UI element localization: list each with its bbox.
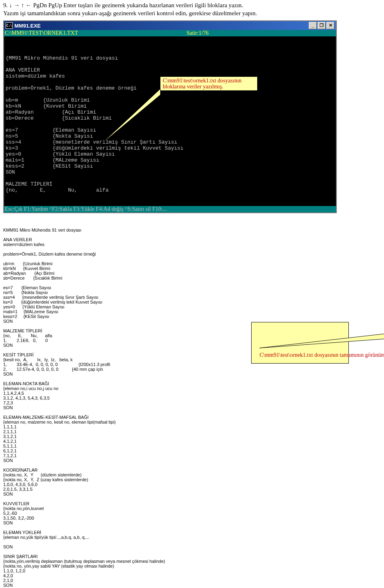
- listing-line: KOORDİNATLAR: [3, 468, 381, 472]
- listing-line: 1,1,0, 1,2,0: [3, 568, 381, 573]
- listing-line: 7,2,3: [3, 400, 381, 405]
- listing-line: [3, 256, 381, 261]
- listing-line: 4,1,2,1: [3, 439, 381, 444]
- listing-line: KMM91 Mikro Mühendis 91 veri dosyası: [3, 228, 381, 232]
- console-line: ANA VERİLER: [6, 67, 334, 73]
- console-window: C:\ MM91.EXE _ ❐ ✕ C:\MM91\TEST\ORNEK1.T…: [3, 20, 337, 213]
- listing-line: 1,1,4,2,4,5: [3, 391, 381, 396]
- listing-line: 7,1,2,1: [3, 453, 381, 458]
- console-line: ub=m {Uzunluk Birimi: [6, 97, 334, 103]
- listing-line: {nokta no, yön,yay sabiti YAY (elastik y…: [3, 564, 381, 568]
- console-line: [6, 91, 334, 97]
- close-button[interactable]: ✕: [326, 22, 334, 29]
- listing-line: ns=5 {Nokta Sayısı: [3, 290, 381, 295]
- listing-line: {nokta no, X, Y (düzlem sistemlerde): [3, 472, 381, 477]
- listing-line: {nokta no,yön,kuvvet: [3, 506, 381, 511]
- listing-line: 5,1,1,1: [3, 444, 381, 448]
- listing-line: [3, 549, 381, 554]
- window-title: MM91.EXE: [14, 23, 308, 29]
- listing-line: SON: [3, 544, 381, 549]
- listing-line: [3, 525, 381, 530]
- console-header: C:\MM91\TEST\ORNEK1.TXT Satir:1/76: [4, 30, 336, 36]
- instruction-line2: Yazım işi tamamlandıktan sonra yukarı-aş…: [3, 10, 381, 18]
- maximize-button[interactable]: ❐: [318, 22, 326, 29]
- listing-line: 1,1,1,1: [3, 424, 381, 429]
- listing-line: SON: [3, 458, 381, 463]
- listing-line: 2,1,1,1: [3, 429, 381, 434]
- callout2-text: C\mm91\test\ornek1.txt dosyasının tamamı…: [260, 352, 384, 358]
- listing-line: ELEMAN YÜKLERİ: [3, 530, 381, 535]
- console-line: kess=2 {KESit Sayısı: [6, 163, 334, 169]
- console-line: SON: [6, 169, 334, 175]
- listing-line: 5,2,-60: [3, 511, 381, 516]
- line-indicator: Satir:1/76: [186, 30, 208, 36]
- listing-line: SON: [3, 405, 381, 410]
- callout1-text: C\mm91\test\ornek1.txt dosyasının blokla…: [163, 78, 242, 90]
- console-line: sss=4 {mesnetlerde verilmiş Sınır Şartı …: [6, 139, 334, 145]
- listing-line: 3,1,2,1: [3, 434, 381, 439]
- listing-line: {nokta no, X, Y, Z (uzay kafes sistemler…: [3, 477, 381, 482]
- listing-line: ELEMAN-MALZEME-KESİT-MAFSAL BAĞI: [3, 415, 381, 420]
- listing-line: [3, 280, 381, 285]
- instruction-line1: 9. ↓ → ↑ ← PgDn PgUp Enter tuşları ile g…: [3, 2, 381, 10]
- listing-line: SON: [3, 520, 381, 525]
- listing-line: SON: [3, 372, 381, 376]
- console-footer: Esc:Çık F1:Yardım ^F2:Sakla F3:Yükle F4:…: [4, 206, 336, 212]
- listing-line: 1,0,0, 4,3,0, 5,6,0: [3, 482, 381, 487]
- console-line: MALZEME TİPLERİ: [6, 181, 334, 187]
- listing-line: SON: [3, 583, 381, 588]
- console-line: ab=Radyan {Açı Birimi: [6, 109, 334, 115]
- listing-line: KUVVETLER: [3, 501, 381, 506]
- listing-line: mals=1 {MALzeme Sayısı: [3, 309, 381, 314]
- listing-line: {eleman no,yük tipi/yük tipi/...,a,b,q, …: [3, 535, 381, 540]
- listing-line: 3,1,2, 4,1,3, 5,4,3, 6,3,5: [3, 396, 381, 400]
- svg-marker-1: [260, 328, 384, 348]
- listing-line: 2, 12.57e-4, 0, 0, 0, 0, 0 {40 mm çap iç…: [3, 367, 381, 372]
- listing-line: SINIR ŞARTLARI: [3, 554, 381, 559]
- listing-line: sistem=düzlem kafes: [3, 242, 381, 247]
- listing-line: SON: [3, 492, 381, 496]
- listing-line: problem=Örnek1, Düzlem kafes deneme örne…: [3, 252, 381, 256]
- listing-line: yes=0 {Yüklü Eleman Sayısı: [3, 304, 381, 309]
- listing-line: ELEMAN-NOKTA BAĞI: [3, 381, 381, 386]
- listing-line: ub=m {Uzunluk Birimi: [3, 261, 381, 266]
- listing-line: 2,0,1.5, 3,3,1.5: [3, 487, 381, 492]
- listing-line: {nokta,yön,verilmiş deplasman (tutulmuş …: [3, 559, 381, 564]
- instruction-text: 9. ↓ → ↑ ← PgDn PgUp Enter tuşları ile g…: [0, 0, 384, 19]
- listing-line: 6,1,2,1: [3, 448, 381, 453]
- listing-line: sb=Derece {Sıcaklık Birimi: [3, 276, 381, 280]
- console-line: es=7 {Eleman Sayısı: [6, 127, 334, 133]
- minimize-button[interactable]: _: [309, 22, 317, 29]
- listing-line: [3, 376, 381, 381]
- listing-line: {eleman no,i ucu no,j ucu no: [3, 386, 381, 391]
- listing-line: [3, 496, 381, 501]
- listing-line: [3, 247, 381, 252]
- listing-line: ab=Radyan {Açı Birimi: [3, 271, 381, 276]
- console-body[interactable]: {MM91 Mikro Mühendis 91 veri dosyası ANA…: [4, 36, 336, 206]
- listing-line: kess=2 {KESit Sayısı: [3, 314, 381, 319]
- console-line: [6, 175, 334, 181]
- listing-line: ANA VERİLER: [3, 237, 381, 242]
- callout-note-1: C\mm91\test\ornek1.txt dosyasının blokla…: [160, 76, 258, 91]
- listing-line: kb=kN {Kuvvet Birimi: [3, 266, 381, 271]
- full-file-listing: KMM91 Mikro Mühendis 91 veri dosyası ANA…: [3, 218, 381, 588]
- console-line: ks=3 {düğümlerdeki verilmiş tekil Kuvvet…: [6, 145, 334, 151]
- listing-line: [3, 540, 381, 544]
- console-line: yes=0 {Yüklü Eleman Sayısı: [6, 151, 334, 157]
- listing-line: 3,1,50, 3,2,-200: [3, 516, 381, 520]
- console-line: mals=1 {MALzeme Sayısı: [6, 157, 334, 163]
- file-path: C:\MM91\TEST\ORNEK1.TXT: [5, 30, 186, 36]
- console-line: ns=5 {Nokta Sayısı: [6, 133, 334, 139]
- listing-line: ks=3 {düğümlerdeki verilmiş tekil Kuvvet…: [3, 300, 381, 304]
- listing-line: 2,1,0: [3, 578, 381, 583]
- listing-line: [3, 410, 381, 415]
- console-line: {MM91 Mikro Mühendis 91 veri dosyası: [6, 55, 334, 61]
- svg-marker-0: [100, 89, 160, 145]
- console-line: sb=Derece {Sıcaklık Birimi: [6, 115, 334, 121]
- listing-line: {eleman no, malzeme no, kesit no, eleman…: [3, 420, 381, 424]
- console-line: [6, 61, 334, 67]
- callout-note-2: C\mm91\test\ornek1.txt dosyasının tamamı…: [251, 322, 349, 364]
- listing-line: sss=4 {mesnetlerde verilmiş Sınır Şartı …: [3, 295, 381, 300]
- listing-line: [3, 232, 381, 237]
- window-titlebar: C:\ MM91.EXE _ ❐ ✕: [4, 21, 336, 30]
